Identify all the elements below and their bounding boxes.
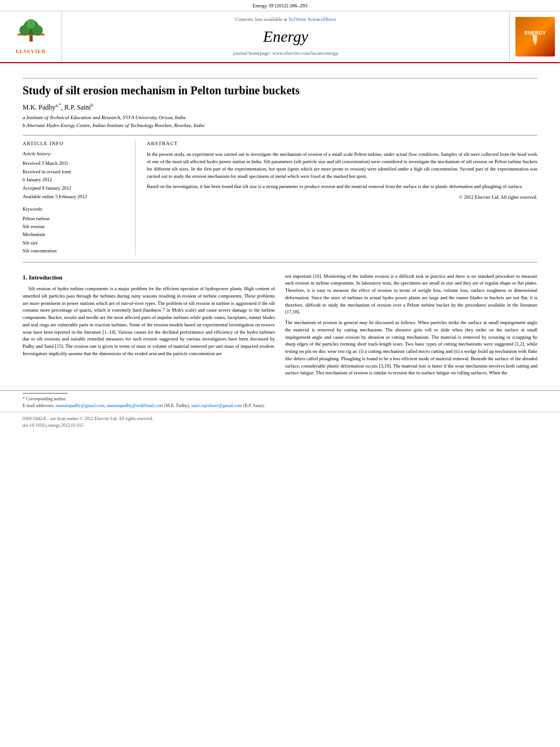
- keywords-label: Keywords:: [23, 206, 126, 213]
- author-1-name: M.K. Padhy: [23, 103, 55, 111]
- elsevier-brand-label: ELSEVIER: [16, 48, 46, 55]
- intro-paragraph-1: Silt erosion of hydro turbine components…: [23, 285, 275, 357]
- footer-issn: 0360-5442/$ – see front matter © 2012 El…: [23, 416, 537, 422]
- energy-logo-box: ENERGY: [509, 11, 560, 62]
- email-3[interactable]: saini.rajeshwer@gmail.com: [191, 403, 242, 408]
- received-date: Received 3 March 2011: [23, 160, 126, 167]
- section-1-title: 1. Introduction: [23, 273, 275, 282]
- keyword-2: Silt erosion: [23, 222, 126, 230]
- affiliation-b: b Alternate Hydro Energy Centre, Indian …: [23, 122, 537, 130]
- affiliation-divider: [23, 135, 537, 136]
- section-1-heading: Introduction: [29, 274, 63, 281]
- article-info-col: ARTICLE INFO Article history: Received 3…: [23, 140, 135, 255]
- corresponding-note: * Corresponding author.: [23, 396, 537, 403]
- top-citation-bar: Energy 39 (2012) 286–293: [0, 0, 560, 11]
- journal-name: Energy: [263, 25, 308, 47]
- svg-text:ENERGY: ENERGY: [524, 30, 545, 36]
- accepted-date: Accepted 9 January 2012: [23, 185, 126, 192]
- body-right-col: not important [16]. Monitoring of the tu…: [285, 273, 537, 381]
- revised-date: 6 January 2012: [23, 176, 126, 184]
- intro-paragraph-2: not important [16]. Monitoring of the tu…: [285, 273, 537, 316]
- citation-text: Energy 39 (2012) 286–293: [252, 3, 307, 8]
- author-1-super: a,*: [55, 103, 61, 108]
- header-divider: [23, 78, 537, 78]
- body-left-col: 1. Introduction Silt erosion of hydro tu…: [23, 273, 275, 381]
- email-note-2: (R.P. Saini).: [242, 403, 265, 408]
- keyword-5: Silt concentration: [23, 247, 126, 255]
- history-label: Article history:: [23, 151, 126, 158]
- section-1-number: 1.: [23, 274, 27, 281]
- email-line: E-mail addresses: mamatapadhy@gmail.com,…: [23, 403, 537, 409]
- copyright-line: © 2012 Elsevier Ltd. All rights reserved…: [147, 194, 537, 200]
- sciverse-link[interactable]: SciVerse ScienceDirect: [288, 16, 336, 22]
- sciverse-prefix: Contents lists available at: [235, 16, 288, 22]
- abstract-divider: [23, 262, 537, 263]
- energy-logo-image: ENERGY: [515, 17, 555, 56]
- info-abstract-row: ARTICLE INFO Article history: Received 3…: [23, 140, 537, 255]
- email-1[interactable]: mamatapadhy@gmail.com: [56, 403, 104, 408]
- sciverse-line: Contents lists available at SciVerse Sci…: [235, 16, 336, 23]
- page-footer: 0360-5442/$ – see front matter © 2012 El…: [0, 412, 560, 433]
- keywords-list: Pelton turbine Silt erosion Mechanism Si…: [23, 215, 126, 255]
- abstract-text-2: Based on the investigation, it has been …: [147, 183, 537, 190]
- keyword-3: Mechanism: [23, 230, 126, 238]
- authors-line: M.K. Padhya,*, R.P. Sainib: [23, 102, 537, 112]
- elsevier-tree-icon: [15, 18, 47, 47]
- keyword-4: Silt size: [23, 239, 126, 247]
- footer-doi: doi:10.1016/j.energy.2012.01.015: [23, 422, 537, 429]
- intro-paragraph-3: The mechanism of erosion in general may …: [285, 319, 537, 377]
- author-2-name: , R.P. Saini: [61, 103, 91, 111]
- revised-label: Received in revised form: [23, 168, 126, 176]
- footnote-divider: [23, 393, 68, 394]
- body-section: 1. Introduction Silt erosion of hydro tu…: [23, 267, 537, 381]
- elsevier-logo-box: ELSEVIER: [0, 11, 62, 62]
- page: Energy 39 (2012) 286–293 ELSEVIER: [0, 0, 560, 747]
- journal-homepage: journal homepage: www.elsevier.com/locat…: [233, 50, 339, 57]
- journal-center: Contents lists available at SciVerse Sci…: [62, 11, 509, 62]
- email-label: E-mail addresses:: [23, 403, 56, 408]
- keyword-1: Pelton turbine: [23, 215, 126, 222]
- footnote-area: * Corresponding author. E-mail addresses…: [0, 390, 560, 409]
- energy-logo-svg: ENERGY: [516, 18, 554, 56]
- abstract-text-1: In the present study, an experiment was …: [147, 151, 537, 180]
- journal-header: ELSEVIER Contents lists available at Sci…: [0, 11, 560, 63]
- available-date: Available online 5 February 2012: [23, 193, 126, 200]
- affiliations: a Institute of Technical Education and R…: [23, 114, 537, 129]
- abstract-heading: ABSTRACT: [147, 140, 537, 147]
- article-info-heading: ARTICLE INFO: [23, 140, 126, 147]
- article-content: Study of silt erosion mechanism in Pelto…: [0, 63, 560, 391]
- author-2-super: b: [91, 103, 93, 108]
- abstract-col: ABSTRACT In the present study, an experi…: [147, 140, 537, 255]
- svg-rect-1: [29, 35, 33, 41]
- svg-point-5: [26, 19, 36, 29]
- affiliation-a: a Institute of Technical Education and R…: [23, 114, 537, 122]
- email-2[interactable]: mamatapadhy@rediffmail.com: [107, 403, 163, 408]
- email-note-1: (M.K. Padhy),: [163, 403, 191, 408]
- article-title: Study of silt erosion mechanism in Pelto…: [23, 83, 537, 98]
